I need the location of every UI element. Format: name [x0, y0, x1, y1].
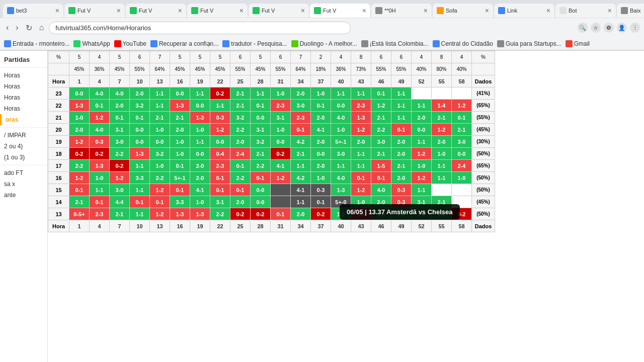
sidebar-1ou3[interactable]: (1 ou 3): [0, 152, 47, 163]
score-cell[interactable]: 2-0: [130, 87, 150, 100]
tab-baix[interactable]: Baix ×: [617, 4, 644, 18]
score-cell[interactable]: 3-0: [371, 136, 391, 148]
bookmark-recuperar[interactable]: Recuperar a confiạn...: [150, 40, 218, 47]
sidebar-horas-active[interactable]: oras: [0, 114, 47, 125]
tab-bet3[interactable]: bet3 ×: [3, 4, 63, 18]
score-cell[interactable]: 0-0: [150, 136, 170, 148]
score-cell[interactable]: 0-4: [210, 148, 230, 160]
score-cell[interactable]: 2-2: [371, 124, 391, 136]
tab-close-icon[interactable]: ×: [608, 7, 612, 15]
score-cell[interactable]: 0-3: [210, 112, 230, 124]
score-cell[interactable]: 0-2: [90, 148, 110, 160]
score-cell[interactable]: 1-1: [251, 87, 271, 100]
score-cell[interactable]: 2-0: [391, 172, 412, 184]
table-container[interactable]: % 5 4 5 6 7 5 5 5 6 5 6 7 2 4 8 6: [48, 51, 644, 362]
score-cell[interactable]: 2-0: [291, 208, 311, 220]
score-cell[interactable]: 4-0: [331, 112, 351, 124]
score-cell[interactable]: 0-3: [391, 196, 412, 208]
bookmark-central[interactable]: Central do Cidadão: [433, 40, 493, 47]
bookmark-duolingo[interactable]: Duolingo - A melhor...: [291, 40, 357, 47]
score-cell[interactable]: 1-1: [391, 112, 412, 124]
score-cell[interactable]: 2-4: [230, 148, 251, 160]
score-cell[interactable]: 0-1: [210, 172, 230, 184]
score-cell[interactable]: 1-0: [412, 160, 432, 172]
sidebar-sa-x[interactable]: sa x: [0, 178, 47, 190]
score-cell[interactable]: 2-0: [230, 136, 251, 148]
score-cell[interactable]: 1-0: [351, 196, 371, 208]
score-cell[interactable]: 0-1: [271, 208, 291, 220]
score-cell[interactable]: 1-1: [210, 100, 230, 112]
score-cell[interactable]: 1-2: [69, 172, 90, 184]
score-cell[interactable]: 0-1: [69, 184, 90, 196]
score-cell[interactable]: 1-0: [150, 160, 170, 172]
score-cell[interactable]: 2-1: [110, 208, 130, 220]
score-cell[interactable]: 1-1: [130, 208, 150, 220]
score-cell[interactable]: 0-1: [130, 112, 150, 124]
score-cell[interactable]: 1-1: [391, 100, 412, 112]
score-cell[interactable]: 1-1: [150, 87, 170, 100]
score-cell[interactable]: 1-1: [190, 136, 210, 148]
bookmark-gmail[interactable]: Gmail: [566, 40, 590, 47]
tab-close-icon[interactable]: ×: [178, 7, 182, 15]
score-cell[interactable]: 2-0: [230, 196, 251, 208]
score-cell[interactable]: 1-3: [331, 184, 351, 196]
score-cell[interactable]: 0-0: [190, 148, 210, 160]
score-cell[interactable]: 0-0: [130, 136, 150, 148]
score-cell[interactable]: 1-2: [412, 172, 432, 184]
score-cell[interactable]: 2-0: [432, 136, 452, 148]
score-cell[interactable]: 2-1: [371, 112, 391, 124]
score-cell[interactable]: 0-2: [271, 148, 291, 160]
score-cell[interactable]: 4-0: [331, 172, 351, 184]
score-cell[interactable]: 1-1: [190, 87, 210, 100]
tab-close-icon[interactable]: ×: [546, 7, 550, 15]
main-area[interactable]: % 5 4 5 6 7 5 5 5 6 5 6 7 2 4 8 6: [48, 51, 644, 362]
score-cell[interactable]: 0-0: [331, 100, 351, 112]
score-cell[interactable]: 3-3: [130, 172, 150, 184]
tab-fut3[interactable]: Fut V ×: [187, 4, 248, 18]
bookmark-tradutor[interactable]: tradutor - Pesquisa...: [222, 40, 287, 47]
score-cell[interactable]: 2-1: [251, 148, 271, 160]
score-cell[interactable]: 0-3: [391, 184, 412, 196]
score-cell[interactable]: 1-1: [130, 184, 150, 196]
score-cell[interactable]: 0-2: [251, 208, 271, 220]
score-cell[interactable]: 1-0: [271, 87, 291, 100]
sidebar-ante[interactable]: ante: [0, 190, 47, 201]
tab-misc1[interactable]: **0H ×: [371, 4, 432, 18]
score-cell[interactable]: 0-1: [170, 184, 190, 196]
score-cell[interactable]: 1-0: [311, 87, 331, 100]
score-cell[interactable]: 1-3: [190, 112, 210, 124]
score-cell[interactable]: 1-2: [110, 172, 130, 184]
score-cell[interactable]: 1-1: [391, 87, 412, 100]
score-cell[interactable]: 2-2: [230, 172, 251, 184]
home-button[interactable]: ⌂: [37, 22, 46, 33]
score-cell[interactable]: 0-2: [230, 208, 251, 220]
score-cell[interactable]: 1-5: [371, 160, 391, 172]
score-cell[interactable]: 0-1: [371, 172, 391, 184]
sidebar-horas-1[interactable]: Horas: [0, 70, 47, 81]
score-cell[interactable]: 3-2: [230, 112, 251, 124]
score-cell[interactable]: 3-0: [452, 136, 472, 148]
score-cell[interactable]: 0-1: [110, 112, 130, 124]
score-cell[interactable]: 1-3: [90, 160, 110, 172]
score-cell[interactable]: 0-2: [110, 160, 130, 172]
score-cell[interactable]: 1-0: [90, 172, 110, 184]
tab-close-icon[interactable]: ×: [117, 7, 121, 15]
score-cell[interactable]: 2-0: [170, 124, 190, 136]
search-icon[interactable]: 🔍: [578, 23, 588, 33]
score-cell[interactable]: 0-1: [311, 196, 331, 208]
sidebar-impar[interactable]: / IMPAR: [0, 130, 47, 141]
score-cell[interactable]: 1-2: [69, 136, 90, 148]
score-cell[interactable]: 4-1: [271, 160, 291, 172]
score-cell[interactable]: 1-3: [351, 208, 371, 220]
score-cell[interactable]: 3-0: [110, 136, 130, 148]
score-cell[interactable]: 1-2: [271, 172, 291, 184]
score-cell[interactable]: 3-0: [291, 100, 311, 112]
tab-close-icon[interactable]: ×: [55, 7, 59, 15]
score-cell[interactable]: 4-2: [291, 136, 311, 148]
score-cell[interactable]: 1-0: [331, 124, 351, 136]
score-cell[interactable]: 1-2: [452, 100, 472, 112]
score-cell[interactable]: 5+-1: [170, 172, 190, 184]
score-cell[interactable]: 0-1: [130, 196, 150, 208]
score-cell[interactable]: 1-1: [90, 184, 110, 196]
score-cell[interactable]: 4-0: [110, 87, 130, 100]
